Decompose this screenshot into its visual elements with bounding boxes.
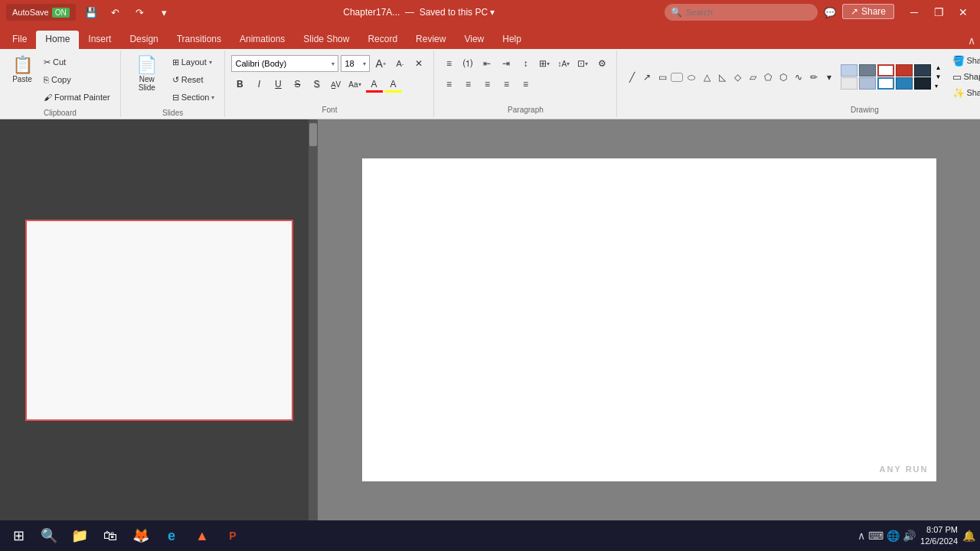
hexagon-shape[interactable]: ⬡ [776,70,790,84]
doc-subtitle[interactable]: Saved to this PC ▾ [420,7,495,18]
system-clock[interactable]: 8:07 PM 12/6/2024 [920,524,958,548]
font-size-selector[interactable]: 18 ▾ [341,55,370,72]
customize-qat-button[interactable]: ▾ [155,4,174,21]
copy-button[interactable]: ⎘ Copy [40,71,114,88]
rounded-rect-shape[interactable] [671,73,683,82]
underline-button[interactable]: U [270,76,286,93]
shape-effects-button[interactable]: ✨ Shape Effects ▾ [949,86,980,100]
shapes-more-button[interactable]: ▾ [822,70,836,84]
font-name-selector[interactable]: Calibri (Body) ▾ [231,55,338,72]
align-center-button[interactable]: ≡ [459,76,476,93]
tray-up-arrow[interactable]: ∧ [858,530,865,542]
style-2[interactable] [859,64,876,77]
firefox-button[interactable]: 🦊 [127,522,155,549]
style-1[interactable] [841,64,858,77]
font-color-button[interactable]: A [365,76,382,93]
align-right-button[interactable]: ≡ [479,76,495,93]
increase-indent-button[interactable]: ⇥ [498,55,514,72]
reset-button[interactable]: ↺ Reset [168,71,219,88]
tray-speaker[interactable]: 🔊 [903,530,916,542]
align-left-button[interactable]: ≡ [440,76,457,93]
store-button[interactable]: 🛍 [96,522,124,549]
autosave-toggle[interactable]: AutoSave ON [6,4,76,21]
bullets-button[interactable]: ≡ [440,55,457,72]
diamond-shape[interactable]: ◇ [730,70,744,84]
line-shape[interactable]: ╱ [625,70,639,84]
align-text-button[interactable]: ⊡▾ [574,55,591,72]
oval-shape[interactable]: ⬭ [684,70,698,84]
italic-button[interactable]: I [250,76,267,93]
slide-canvas[interactable]: ANY RUN [362,158,936,481]
taskbar-search-button[interactable]: 🔍 [35,522,63,549]
distributed-button[interactable]: ≡ [517,76,534,93]
arrow-shape[interactable]: ↗ [640,70,654,84]
anyrun-button[interactable]: ▲ [188,522,216,549]
char-spacing-button[interactable]: A̲V [327,76,344,93]
font-grow-button[interactable]: A+ [372,55,389,72]
tab-record[interactable]: Record [358,31,407,49]
bold-button[interactable]: B [231,76,248,93]
tab-design[interactable]: Design [120,31,167,49]
shape-fill-button[interactable]: 🪣 Shape Fill ▾ [949,54,980,68]
notification-icon[interactable]: 🔔 [962,530,975,542]
undo-button[interactable]: ↶ [106,4,125,21]
clear-format-button[interactable]: ✕ [410,55,427,72]
collapse-ribbon-button[interactable]: ∧ [968,34,975,47]
save-button[interactable]: 💾 [82,4,100,21]
text-shadow-button[interactable]: S [308,76,325,93]
tray-network[interactable]: 🌐 [887,530,900,542]
layout-button[interactable]: ⊞ Layout ▾ [168,54,219,70]
section-button[interactable]: ⊟ Section ▾ [168,89,219,106]
tab-slideshow[interactable]: Slide Show [294,31,358,49]
styles-expand[interactable]: ▾ [933,82,942,90]
scroll-thumb[interactable] [309,123,317,146]
restore-button[interactable]: ❐ [928,5,949,20]
style-4[interactable] [896,64,913,77]
numbering-button[interactable]: ⑴ [459,55,476,72]
decrease-indent-button[interactable]: ⇤ [479,55,495,72]
rectangle-shape[interactable]: ▭ [655,70,669,84]
style-10[interactable] [914,77,931,90]
slide-thumbnail[interactable] [25,220,293,421]
comments-button[interactable]: 💬 [821,4,839,21]
tab-insert[interactable]: Insert [79,31,120,49]
font-shrink-button[interactable]: A- [391,55,408,72]
minimize-button[interactable]: ─ [903,5,925,20]
tab-view[interactable]: View [455,31,493,49]
start-button[interactable]: ⊞ [5,522,32,549]
paste-button[interactable]: 📋 Paste [6,54,38,98]
triangle-shape[interactable]: △ [700,70,714,84]
format-painter-button[interactable]: 🖌 Format Painter [40,89,114,106]
freeform-shape[interactable]: ✏ [807,70,821,84]
justify-button[interactable]: ≡ [498,76,514,93]
tab-animations[interactable]: Animations [230,31,294,49]
tab-review[interactable]: Review [407,31,455,49]
redo-button[interactable]: ↷ [131,4,149,21]
styles-down[interactable]: ▼ [933,73,942,81]
text-direction-button[interactable]: ↕A▾ [555,55,572,72]
close-button[interactable]: ✕ [952,5,974,20]
style-5[interactable] [914,64,931,77]
style-7[interactable] [859,77,876,90]
pentagon-shape[interactable]: ⬠ [761,70,775,84]
tab-file[interactable]: File [3,31,36,49]
columns-button[interactable]: ⊞▾ [536,55,553,72]
powerpoint-taskbar-button[interactable]: P [219,522,247,549]
style-6[interactable] [841,77,858,90]
vertical-scrollbar[interactable] [309,119,318,520]
file-explorer-button[interactable]: 📁 [66,522,93,549]
change-case-button[interactable]: Aa▾ [346,76,363,93]
tray-keyboard[interactable]: ⌨ [868,530,884,542]
style-9[interactable] [896,77,913,90]
curved-line-shape[interactable]: ∿ [792,70,805,84]
smartart-button[interactable]: ⚙ [593,55,610,72]
right-triangle-shape[interactable]: ◺ [715,70,729,84]
cut-button[interactable]: ✂ Cut [40,54,114,70]
line-spacing-button[interactable]: ↕ [517,55,534,72]
highlight-color-button[interactable]: A [384,76,401,93]
tab-home[interactable]: Home [36,31,79,49]
share-button[interactable]: ↗ Share [842,4,894,19]
shape-outline-button[interactable]: ▭ Shape Outline ▾ [949,70,980,84]
parallelogram-shape[interactable]: ▱ [746,70,760,84]
style-3[interactable] [877,64,894,77]
